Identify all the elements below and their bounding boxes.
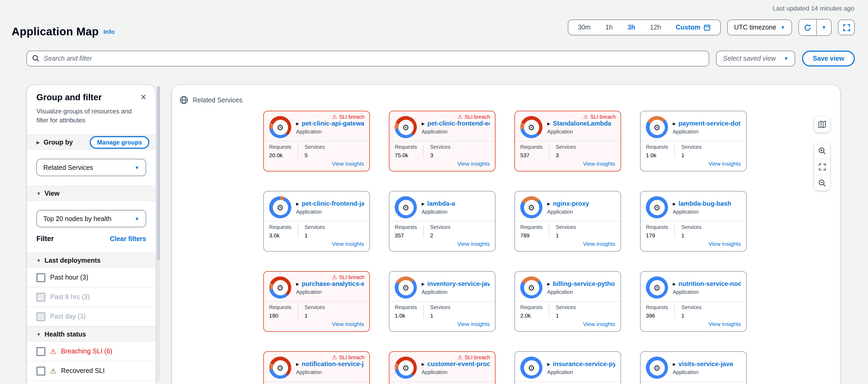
service-card[interactable]: ⚙ ▶ lambda-a Application Requests 357 Se… bbox=[389, 191, 495, 252]
checkbox[interactable] bbox=[36, 273, 45, 282]
view-insights-link[interactable]: View insights bbox=[458, 321, 490, 327]
search-input[interactable] bbox=[26, 51, 709, 66]
time-range-custom[interactable]: Custom bbox=[668, 20, 718, 35]
service-name-link[interactable]: ▶ pet-clinic-frontend-java bbox=[296, 200, 364, 207]
zoom-out-button[interactable] bbox=[814, 174, 830, 190]
service-card[interactable]: ⚙ ▶ insurance-service-pyth... Applicatio… bbox=[515, 351, 621, 384]
map-legend-button[interactable] bbox=[814, 117, 830, 132]
service-name-link[interactable]: ▶ insurance-service-pyth... bbox=[547, 360, 615, 367]
checkbox[interactable] bbox=[36, 366, 45, 375]
view-insights-link[interactable]: View insights bbox=[332, 241, 364, 247]
group-by-section-header[interactable]: ▶ Group by Manage groups bbox=[27, 134, 156, 150]
manage-groups-button[interactable]: Manage groups bbox=[90, 136, 149, 149]
custom-label: Custom bbox=[676, 20, 700, 35]
service-name-text: purchase-analytics-en... bbox=[302, 280, 364, 287]
sidebar-scrollbar[interactable] bbox=[157, 86, 160, 381]
gear-icon: ⚙ bbox=[528, 284, 535, 291]
view-section-header[interactable]: ▼ View bbox=[27, 186, 156, 201]
service-name-link[interactable]: ▶ purchase-analytics-en... bbox=[296, 280, 364, 287]
service-name-text: visits-service-java bbox=[679, 360, 733, 367]
saved-view-dropdown[interactable]: Select saved view ▼ bbox=[716, 51, 795, 66]
service-health-ring-icon: ⚙ bbox=[395, 196, 417, 218]
service-name-link[interactable]: ▶ nutrition-service-nodejs bbox=[673, 280, 741, 287]
view-insights-link[interactable]: View insights bbox=[583, 321, 615, 327]
service-card[interactable]: ⚙ ▶ visits-service-java Application Requ… bbox=[640, 351, 747, 384]
gear-icon: ⚙ bbox=[653, 284, 661, 291]
service-name-link[interactable]: ▶ lambda-bug-bash bbox=[673, 200, 731, 207]
time-range-1h[interactable]: 1h bbox=[598, 20, 620, 35]
service-name-link[interactable]: ▶ billing-service-python bbox=[547, 280, 615, 287]
group-by-value: Related Services bbox=[43, 164, 93, 171]
service-card[interactable]: ⚠ SLI breach ⚙ ▶ pet-clinic-frontend-ec.… bbox=[389, 111, 495, 171]
view-insights-link[interactable]: View insights bbox=[709, 321, 741, 327]
checkbox[interactable] bbox=[36, 312, 45, 321]
service-name-link[interactable]: ▶ inventory-service-java bbox=[422, 280, 490, 287]
service-name-link[interactable]: ▶ visits-service-java bbox=[673, 360, 733, 367]
requests-value: 789 bbox=[520, 232, 543, 238]
group-by-select[interactable]: Related Services ▼ bbox=[36, 159, 146, 176]
close-icon[interactable]: × bbox=[137, 92, 149, 102]
view-insights-link[interactable]: View insights bbox=[709, 160, 741, 167]
filter-option-row[interactable]: Past day (3) bbox=[27, 307, 156, 326]
filter-section-header[interactable]: ▼ Health status bbox=[27, 326, 156, 342]
service-card[interactable]: ⚠ SLI breach ⚙ ▶ customer-event-proce...… bbox=[389, 351, 495, 384]
service-name-link[interactable]: ▶ nginx-proxy bbox=[547, 200, 589, 207]
view-insights-link[interactable]: View insights bbox=[583, 160, 615, 167]
scrollbar-thumb[interactable] bbox=[157, 87, 160, 261]
sli-breach-text: SLI breach bbox=[590, 114, 616, 120]
service-card[interactable]: ⚙ ▶ lambda-bug-bash Application Requests… bbox=[640, 191, 747, 252]
fit-to-screen-button[interactable] bbox=[814, 159, 830, 174]
zoom-in-button[interactable] bbox=[814, 143, 830, 159]
gear-icon: ⚙ bbox=[653, 364, 661, 372]
service-card[interactable]: ⚙ ▶ pet-clinic-frontend-java Application… bbox=[263, 191, 370, 252]
service-card[interactable]: ⚠ SLI breach ⚙ ▶ notification-service-ja… bbox=[263, 351, 370, 384]
refresh-button[interactable] bbox=[799, 20, 816, 35]
service-health-ring-icon: ⚙ bbox=[646, 196, 668, 218]
checkbox[interactable] bbox=[36, 347, 45, 356]
service-name-link[interactable]: ▶ customer-event-proce... bbox=[422, 360, 490, 367]
filter-option-label: Recovered SLI bbox=[61, 367, 104, 375]
filter-option-row[interactable]: ⚠ Breaching SLI (6) bbox=[27, 342, 156, 361]
service-card[interactable]: ⚙ ▶ billing-service-python Application R… bbox=[515, 271, 621, 332]
service-card[interactable]: ⚙ ▶ inventory-service-java Application R… bbox=[389, 271, 495, 332]
time-range-12h[interactable]: 12h bbox=[643, 20, 669, 35]
checkbox[interactable] bbox=[36, 292, 45, 301]
filter-option-row[interactable]: Past hour (3) bbox=[27, 268, 156, 287]
service-card[interactable]: ⚙ ▶ nginx-proxy Application Requests 789… bbox=[515, 191, 621, 252]
requests-value: 179 bbox=[646, 232, 668, 238]
service-card[interactable]: ⚠ SLI breach ⚙ ▶ StandaloneLambda Applic… bbox=[515, 111, 621, 171]
requests-label: Requests bbox=[520, 144, 543, 150]
info-link[interactable]: Info bbox=[103, 29, 115, 35]
view-insights-link[interactable]: View insights bbox=[458, 241, 490, 247]
refresh-options-button[interactable]: ▼ bbox=[816, 20, 831, 35]
view-insights-link[interactable]: View insights bbox=[709, 241, 741, 247]
service-card[interactable]: ⚙ ▶ nutrition-service-nodejs Application… bbox=[640, 271, 747, 332]
filter-section-header[interactable]: ▼ Last deployments bbox=[27, 253, 156, 268]
view-insights-link[interactable]: View insights bbox=[458, 160, 490, 167]
view-insights-link[interactable]: View insights bbox=[332, 160, 364, 167]
service-name-link[interactable]: ▶ notification-service-java bbox=[296, 360, 364, 367]
time-range-3h[interactable]: 3h bbox=[620, 20, 643, 35]
filter-option-row[interactable]: ⚠ Recovered SLI bbox=[27, 361, 156, 381]
service-name-link[interactable]: ▶ payment-service-dotnet bbox=[673, 120, 741, 127]
timezone-dropdown[interactable]: UTC timezone ▼ bbox=[727, 20, 792, 35]
clear-filters-link[interactable]: Clear filters bbox=[110, 235, 146, 243]
service-name-link[interactable]: ▶ lambda-a bbox=[422, 200, 455, 207]
save-view-button[interactable]: Save view bbox=[802, 51, 855, 66]
filter-option-row[interactable]: Past 8 hrs (3) bbox=[27, 287, 156, 307]
service-name-link[interactable]: ▶ pet-clinic-frontend-ec... bbox=[422, 120, 490, 127]
view-select[interactable]: Top 20 nodes by health ▼ bbox=[36, 210, 146, 227]
expand-node-icon: ▶ bbox=[422, 121, 425, 126]
service-name-link[interactable]: ▶ pet-clinic-api-gateway bbox=[296, 120, 364, 127]
service-name-link[interactable]: ▶ StandaloneLambda bbox=[547, 120, 611, 127]
fullscreen-button[interactable] bbox=[838, 20, 855, 35]
service-card[interactable]: ⚠ SLI breach ⚙ ▶ pet-clinic-api-gateway … bbox=[263, 111, 370, 171]
view-insights-link[interactable]: View insights bbox=[583, 241, 615, 247]
card-stats: Requests 789 Services 1 bbox=[515, 222, 621, 238]
view-insights-link[interactable]: View insights bbox=[332, 321, 364, 327]
last-updated-text: Last updated 14 minutes ago bbox=[773, 5, 854, 12]
service-card[interactable]: ⚙ ▶ payment-service-dotnet Application R… bbox=[640, 111, 747, 171]
service-card[interactable]: ⚠ SLI breach ⚙ ▶ purchase-analytics-en..… bbox=[263, 271, 370, 332]
time-range-30m[interactable]: 30m bbox=[570, 20, 598, 35]
service-type-label: Application bbox=[673, 289, 741, 295]
